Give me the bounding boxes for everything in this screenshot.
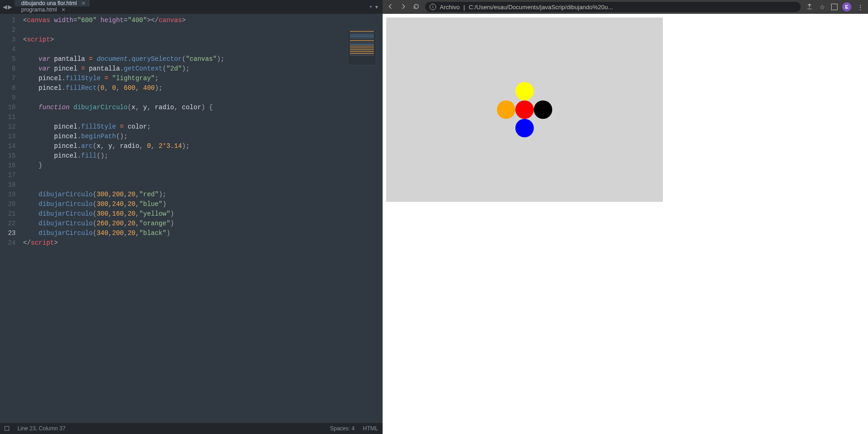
code-line[interactable]: } bbox=[23, 161, 383, 170]
new-tab-icon[interactable]: + bbox=[369, 4, 372, 10]
code-line[interactable] bbox=[23, 170, 383, 180]
close-icon[interactable]: × bbox=[61, 6, 65, 13]
rendered-canvas bbox=[386, 18, 663, 202]
code-line[interactable]: dibujarCirculo(260,200,20,"orange") bbox=[23, 219, 383, 229]
code-content[interactable]: <canvas width="600" height="400"></canva… bbox=[20, 14, 383, 423]
tab-bar: ◀ ▶ dibujando una flor.html×programa.htm… bbox=[0, 0, 383, 14]
code-line[interactable]: pincel.beginPath(); bbox=[23, 132, 383, 141]
browser-menu-icon[interactable]: ⋮ bbox=[856, 4, 864, 11]
address-bar[interactable]: i Archivo | C:/Users/esau/Documents/java… bbox=[425, 2, 801, 12]
code-line[interactable]: pincel.fillStyle = color; bbox=[23, 122, 383, 132]
code-line[interactable] bbox=[23, 180, 383, 190]
minimap[interactable] bbox=[348, 29, 376, 65]
tab-prev-icon[interactable]: ◀ bbox=[3, 4, 7, 10]
status-cursor-position[interactable]: Line 23, Column 37 bbox=[18, 425, 65, 432]
forward-icon[interactable] bbox=[399, 3, 407, 11]
code-area[interactable]: 123456789101112131415161718192021222324 … bbox=[0, 14, 383, 423]
address-label: Archivo bbox=[440, 4, 460, 11]
browser-viewport bbox=[383, 14, 868, 434]
code-line[interactable]: pincel.arc(x, y, radio, 0, 2*3.14); bbox=[23, 141, 383, 151]
code-line[interactable] bbox=[23, 45, 383, 54]
code-line[interactable]: <canvas width="600" height="400"></canva… bbox=[23, 16, 383, 25]
code-line[interactable]: dibujarCirculo(340,200,20,"black") bbox=[23, 229, 383, 238]
status-bar: Line 23, Column 37 Spaces: 4 HTML bbox=[0, 423, 383, 434]
code-line[interactable]: <script> bbox=[23, 35, 383, 45]
code-line[interactable]: var pincel = pantalla.getContext("2d"); bbox=[23, 64, 383, 74]
editor-pane: ◀ ▶ dibujando una flor.html×programa.htm… bbox=[0, 0, 383, 434]
extensions-icon[interactable] bbox=[831, 4, 838, 10]
tab-menu-icon[interactable]: ▾ bbox=[375, 4, 378, 10]
editor-tab[interactable]: dibujando una flor.html× bbox=[15, 0, 90, 6]
tab-history-nav: ◀ ▶ bbox=[0, 0, 15, 14]
reload-icon[interactable] bbox=[412, 3, 420, 11]
code-line[interactable]: dibujarCirculo(300,160,20,"yellow") bbox=[23, 209, 383, 219]
code-line[interactable]: var pantalla = document.querySelector("c… bbox=[23, 54, 383, 64]
status-indentation[interactable]: Spaces: 4 bbox=[330, 425, 354, 432]
code-line[interactable]: dibujarCirculo(300,200,20,"red"); bbox=[23, 190, 383, 199]
code-line[interactable]: pincel.fill(); bbox=[23, 151, 383, 161]
close-icon[interactable]: × bbox=[82, 0, 85, 6]
address-path: C:/Users/esau/Documents/javaScrip/dibuja… bbox=[469, 4, 613, 11]
tab-next-icon[interactable]: ▶ bbox=[8, 4, 12, 10]
code-line[interactable]: pincel.fillRect(0, 0, 600, 400); bbox=[23, 83, 383, 93]
profile-avatar[interactable]: E bbox=[842, 2, 851, 12]
code-line[interactable]: </script> bbox=[23, 238, 383, 248]
statusbar-panel-icon[interactable] bbox=[5, 426, 9, 431]
status-syntax[interactable]: HTML bbox=[363, 425, 378, 432]
tab-title: dibujando una flor.html bbox=[21, 0, 77, 6]
editor-tab[interactable]: programa.html× bbox=[15, 6, 90, 13]
code-line[interactable]: pincel.fillStyle = "lightgray"; bbox=[23, 74, 383, 83]
bookmark-star-icon[interactable]: ☆ bbox=[818, 4, 827, 11]
code-line[interactable] bbox=[23, 112, 383, 122]
back-icon[interactable] bbox=[386, 3, 395, 11]
share-icon[interactable] bbox=[805, 3, 814, 11]
code-line[interactable]: function dibujarCirculo(x, y, radio, col… bbox=[23, 103, 383, 112]
tab-title: programa.html bbox=[21, 6, 57, 13]
code-line[interactable] bbox=[23, 93, 383, 103]
code-line[interactable]: dibujarCirculo(300,240,20,"blue") bbox=[23, 199, 383, 209]
address-separator: | bbox=[463, 4, 465, 11]
line-gutter: 123456789101112131415161718192021222324 bbox=[0, 14, 20, 423]
browser-toolbar: i Archivo | C:/Users/esau/Documents/java… bbox=[383, 0, 868, 14]
tab-actions: + ▾ bbox=[365, 0, 383, 14]
browser-pane: i Archivo | C:/Users/esau/Documents/java… bbox=[383, 0, 868, 434]
code-line[interactable] bbox=[23, 25, 383, 35]
site-info-icon[interactable]: i bbox=[430, 4, 436, 10]
